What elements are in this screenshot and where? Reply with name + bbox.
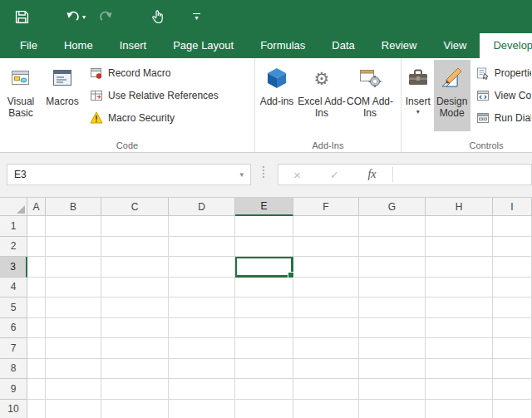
formula-bar-drag-handle[interactable] xyxy=(263,166,264,178)
cell-A9[interactable] xyxy=(27,379,46,400)
cell-C7[interactable] xyxy=(101,338,169,359)
formula-input[interactable] xyxy=(393,165,531,184)
row-header-3[interactable]: 3 xyxy=(0,257,27,278)
row-header-6[interactable]: 6 xyxy=(0,318,27,339)
macros-button[interactable]: Macros xyxy=(41,60,84,131)
cell-A2[interactable] xyxy=(27,237,46,258)
cell-A10[interactable] xyxy=(27,400,46,418)
name-box[interactable]: E3 ▾ xyxy=(7,164,251,185)
cell-G4[interactable] xyxy=(359,278,426,298)
cell-I1[interactable] xyxy=(493,216,532,237)
cell-F2[interactable] xyxy=(293,237,359,258)
cell-I5[interactable] xyxy=(493,298,532,318)
tab-home[interactable]: Home xyxy=(51,33,106,58)
use-relative-references-button[interactable]: Use Relative References xyxy=(89,84,219,106)
cell-E7[interactable] xyxy=(235,338,293,359)
cell-F8[interactable] xyxy=(293,359,359,380)
tab-file[interactable]: File xyxy=(7,33,51,58)
com-add-ins-button[interactable]: COM Add-Ins xyxy=(346,60,394,131)
cell-C9[interactable] xyxy=(101,379,169,400)
cell-G3[interactable] xyxy=(359,257,426,278)
column-header-H[interactable]: H xyxy=(426,198,493,216)
add-ins-button[interactable]: Add-ins xyxy=(256,60,298,131)
run-dialog-button[interactable]: Run Dialog xyxy=(475,106,531,129)
cell-H5[interactable] xyxy=(426,298,493,318)
column-header-B[interactable]: B xyxy=(46,198,101,216)
cell-A3[interactable] xyxy=(27,257,46,278)
visual-basic-button[interactable]: Visual Basic xyxy=(1,60,41,131)
cell-F10[interactable] xyxy=(293,400,359,418)
insert-control-button[interactable]: Insert ▾ xyxy=(402,60,434,131)
cell-I4[interactable] xyxy=(493,278,532,298)
cell-C3[interactable] xyxy=(101,257,169,278)
cell-B9[interactable] xyxy=(46,379,101,400)
cell-D5[interactable] xyxy=(169,298,235,318)
cell-C6[interactable] xyxy=(101,318,169,339)
column-header-F[interactable]: F xyxy=(293,198,359,216)
cell-B1[interactable] xyxy=(46,216,101,237)
cell-D10[interactable] xyxy=(169,400,235,418)
row-header-9[interactable]: 9 xyxy=(0,379,27,400)
cell-D8[interactable] xyxy=(169,359,235,380)
view-code-button[interactable]: View Code xyxy=(475,84,531,106)
cell-E1[interactable] xyxy=(235,216,293,237)
cell-B10[interactable] xyxy=(46,400,101,418)
cell-H8[interactable] xyxy=(426,359,493,380)
cell-F7[interactable] xyxy=(293,338,359,359)
cell-G6[interactable] xyxy=(359,318,426,339)
cell-F6[interactable] xyxy=(293,318,359,339)
cell-B8[interactable] xyxy=(46,359,101,380)
cell-H4[interactable] xyxy=(426,278,493,298)
cell-E3[interactable] xyxy=(235,257,293,278)
tab-insert[interactable]: Insert xyxy=(106,33,160,58)
cell-I7[interactable] xyxy=(493,338,532,359)
cell-C4[interactable] xyxy=(101,278,169,298)
insert-function-button[interactable]: fx xyxy=(353,168,391,181)
column-header-G[interactable]: G xyxy=(359,198,426,216)
cell-I2[interactable] xyxy=(493,237,532,258)
tab-page-layout[interactable]: Page Layout xyxy=(160,33,247,58)
tab-data[interactable]: Data xyxy=(318,33,367,58)
cell-F3[interactable] xyxy=(293,257,359,278)
cell-D6[interactable] xyxy=(169,318,235,339)
tab-formulas[interactable]: Formulas xyxy=(247,33,318,58)
cell-I3[interactable] xyxy=(493,257,532,278)
macro-security-button[interactable]: Macro Security xyxy=(89,106,219,129)
cell-H3[interactable] xyxy=(426,257,493,278)
row-header-4[interactable]: 4 xyxy=(0,278,27,298)
cell-B3[interactable] xyxy=(46,257,101,278)
cell-F5[interactable] xyxy=(293,298,359,318)
cell-H1[interactable] xyxy=(426,216,493,237)
select-all-button[interactable] xyxy=(0,198,27,216)
cell-B5[interactable] xyxy=(46,298,101,318)
cell-C1[interactable] xyxy=(101,216,169,237)
cell-B7[interactable] xyxy=(46,338,101,359)
cell-E10[interactable] xyxy=(235,400,293,418)
cell-G5[interactable] xyxy=(359,298,426,318)
cell-I9[interactable] xyxy=(493,379,532,400)
cell-H7[interactable] xyxy=(426,338,493,359)
cell-G1[interactable] xyxy=(359,216,426,237)
row-header-1[interactable]: 1 xyxy=(0,216,27,237)
cell-F4[interactable] xyxy=(293,278,359,298)
cell-F1[interactable] xyxy=(293,216,359,237)
cell-F9[interactable] xyxy=(293,379,359,400)
design-mode-button[interactable]: Design Mode xyxy=(434,60,470,131)
cell-D9[interactable] xyxy=(169,379,235,400)
cell-E2[interactable] xyxy=(235,237,293,258)
cell-I8[interactable] xyxy=(493,359,532,380)
save-icon[interactable] xyxy=(15,10,29,24)
column-header-D[interactable]: D xyxy=(169,198,235,216)
name-box-dropdown-icon[interactable]: ▾ xyxy=(239,170,250,179)
row-header-8[interactable]: 8 xyxy=(0,359,27,380)
touch-mode-icon[interactable] xyxy=(151,9,165,24)
cell-D4[interactable] xyxy=(169,278,235,298)
cell-D7[interactable] xyxy=(169,338,235,359)
cell-D3[interactable] xyxy=(169,257,235,278)
cell-H2[interactable] xyxy=(426,237,493,258)
cell-G9[interactable] xyxy=(359,379,426,400)
cell-B2[interactable] xyxy=(46,237,101,258)
cell-A4[interactable] xyxy=(27,278,46,298)
row-header-7[interactable]: 7 xyxy=(0,338,27,359)
tab-developer[interactable]: Developer xyxy=(480,33,532,58)
